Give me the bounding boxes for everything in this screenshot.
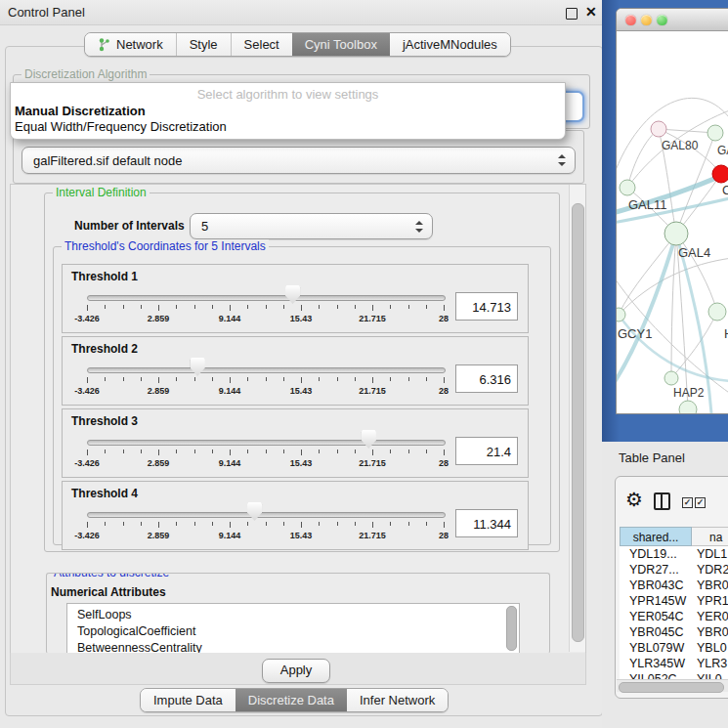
slider-track[interactable] bbox=[87, 440, 446, 446]
slider-thumb[interactable] bbox=[247, 502, 262, 521]
table-horizontal-scrollbar[interactable] bbox=[617, 679, 728, 692]
network-node[interactable] bbox=[651, 121, 666, 137]
numerical-attributes-list[interactable]: SelfLoopsTopologicalCoefficientBetweenne… bbox=[66, 603, 520, 654]
network-node[interactable] bbox=[712, 165, 728, 183]
network-node[interactable] bbox=[617, 308, 625, 321]
slider-track[interactable] bbox=[87, 295, 446, 301]
tick-mark bbox=[176, 522, 177, 526]
close-icon[interactable]: ✕ bbox=[585, 4, 597, 20]
tick-mark bbox=[87, 305, 88, 311]
table-data-combobox[interactable]: galFiltered.sif default node bbox=[21, 147, 576, 174]
list-item[interactable]: SelfLoops bbox=[67, 607, 519, 623]
network-node[interactable] bbox=[664, 371, 678, 385]
checkbox-icon[interactable]: ✓ bbox=[695, 497, 706, 508]
table-row[interactable]: YPR145WYPR1 bbox=[620, 593, 728, 609]
network-node[interactable] bbox=[708, 303, 726, 321]
network-node[interactable] bbox=[664, 222, 688, 245]
tick-mark bbox=[390, 305, 391, 309]
minimize-traffic-light-icon[interactable] bbox=[641, 15, 652, 25]
list-scrollbar[interactable] bbox=[506, 606, 517, 651]
tick-mark bbox=[408, 522, 409, 526]
cyni-mode-tabs: Impute Data Discretize Data Infer Networ… bbox=[140, 688, 449, 712]
slider-track[interactable] bbox=[87, 512, 446, 518]
panel-title: Control Panel bbox=[8, 5, 85, 20]
network-edge[interactable] bbox=[671, 234, 676, 378]
tab-label: Select bbox=[244, 37, 279, 52]
tab-style[interactable]: Style bbox=[176, 33, 231, 56]
slider-thumb[interactable] bbox=[285, 285, 300, 304]
table-row[interactable]: YIL052CYIL0 bbox=[620, 671, 728, 679]
tab-cyni-toolbox[interactable]: Cyni Toolbox bbox=[292, 33, 390, 56]
tab-infer-network[interactable]: Infer Network bbox=[347, 689, 448, 711]
list-item[interactable]: TopologicalCoefficient bbox=[67, 623, 519, 640]
number-of-intervals-value: 5 bbox=[201, 219, 208, 234]
network-canvas[interactable]: GAL80GAGAL11CGAL4GCY1HHAP2 bbox=[617, 31, 728, 413]
close-traffic-light-icon[interactable] bbox=[625, 15, 636, 25]
network-edge[interactable] bbox=[619, 234, 676, 315]
table-row[interactable]: YDR27...YDR2 bbox=[620, 562, 728, 578]
table-row[interactable]: YBL079WYBL0 bbox=[620, 640, 728, 656]
table-row[interactable]: YLR345WYLR3 bbox=[620, 656, 728, 671]
tick-mark bbox=[194, 377, 195, 381]
tab-label: Cyni Toolbox bbox=[305, 37, 377, 52]
table-row[interactable]: YBR043CYBR0 bbox=[620, 578, 728, 593]
table-row[interactable]: YDL19...YDL1 bbox=[620, 546, 728, 562]
threshold-value-field[interactable]: 11.344 bbox=[455, 509, 518, 537]
scale-label: 28 bbox=[439, 314, 449, 323]
threshold-value-field[interactable]: 21.4 bbox=[455, 437, 518, 465]
tab-impute-data[interactable]: Impute Data bbox=[141, 689, 236, 711]
scale-label: 9.144 bbox=[219, 458, 241, 468]
cell-name: YBR0 bbox=[692, 624, 728, 640]
tick-mark bbox=[141, 522, 142, 526]
pane-scrollbar-thumb[interactable] bbox=[572, 203, 584, 642]
threshold-value-field[interactable]: 6.316 bbox=[455, 364, 518, 393]
tick-mark bbox=[301, 522, 302, 528]
tab-select[interactable]: Select bbox=[231, 33, 292, 56]
tick-mark bbox=[319, 450, 320, 453]
number-of-intervals-combobox[interactable]: 5 bbox=[190, 213, 433, 239]
apply-button[interactable]: Apply bbox=[262, 659, 330, 683]
list-item[interactable]: BetweennessCentrality bbox=[67, 640, 519, 654]
threshold-panel: Threshold 3-3.4262.8599.14415.4321.71528… bbox=[62, 408, 529, 478]
cell-shared-name: YBR045C bbox=[620, 624, 692, 640]
network-node[interactable] bbox=[620, 180, 635, 195]
scale-label: 2.859 bbox=[148, 531, 170, 540]
slider-thumb[interactable] bbox=[362, 430, 376, 449]
algorithm-option-manual-discretization[interactable]: Manual Discretization bbox=[15, 104, 561, 119]
algorithm-dropdown-popup: Select algorithm to view settings Manual… bbox=[10, 82, 566, 140]
scale-label: 21.715 bbox=[359, 458, 386, 468]
tick-mark bbox=[283, 450, 284, 453]
algorithm-option-equal-width-frequency[interactable]: Equal Width/Frequency Discretization bbox=[15, 119, 561, 135]
cell-shared-name: YBR043C bbox=[620, 578, 692, 593]
gear-icon[interactable]: ⚙ bbox=[625, 490, 643, 509]
tick-mark bbox=[319, 377, 320, 381]
slider-thumb[interactable] bbox=[191, 358, 205, 376]
pane-scrollbar[interactable] bbox=[569, 185, 585, 652]
tick-mark bbox=[426, 305, 427, 309]
network-icon bbox=[98, 37, 110, 52]
tab-network[interactable]: Network bbox=[85, 33, 176, 56]
tick-mark bbox=[390, 377, 391, 381]
threshold-value-field[interactable]: 14.713 bbox=[455, 292, 518, 321]
scale-label: 21.715 bbox=[359, 314, 386, 323]
cell-name: YER0 bbox=[692, 609, 728, 624]
split-columns-icon[interactable] bbox=[654, 492, 670, 510]
tab-label: Impute Data bbox=[153, 693, 223, 707]
tab-discretize-data[interactable]: Discretize Data bbox=[236, 689, 347, 711]
slider-track[interactable] bbox=[87, 367, 446, 373]
zoom-traffic-light-icon[interactable] bbox=[657, 15, 667, 25]
column-header-name[interactable]: na bbox=[692, 527, 728, 546]
network-node[interactable] bbox=[707, 125, 723, 141]
threshold-label: Threshold 2 bbox=[71, 342, 138, 356]
float-window-icon[interactable] bbox=[566, 8, 578, 20]
tab-jactivemnodules[interactable]: jActiveMNodules bbox=[390, 33, 510, 56]
table-row[interactable]: YER054CYER0 bbox=[620, 609, 728, 624]
table-row[interactable]: YBR045CYBR0 bbox=[620, 624, 728, 640]
column-header-shared-name[interactable]: shared... bbox=[620, 527, 692, 546]
list-scrollbar-thumb[interactable] bbox=[506, 606, 517, 651]
network-node[interactable] bbox=[679, 401, 697, 413]
network-edge[interactable] bbox=[627, 129, 659, 188]
cell-name: YDR2 bbox=[692, 562, 728, 578]
checkbox-icon[interactable]: ✓ bbox=[682, 497, 693, 508]
table-horizontal-scrollbar-thumb[interactable] bbox=[619, 682, 724, 693]
